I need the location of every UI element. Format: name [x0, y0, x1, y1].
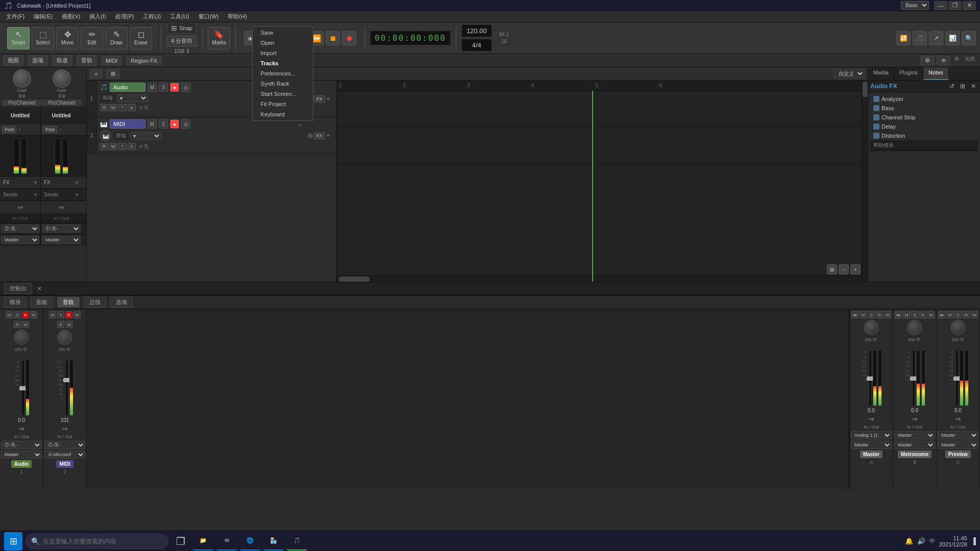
preview-r[interactable]: R [963, 311, 970, 318]
taskbar-app-cakewalk[interactable]: 🎵 [287, 532, 307, 550]
preview-w[interactable]: W [971, 311, 978, 318]
master-a-send[interactable]: ⇒ [868, 415, 874, 423]
metro-nav[interactable]: ⏮ [895, 311, 902, 318]
tracks-btn[interactable]: 轨道 [52, 55, 72, 66]
time-sig-display[interactable]: 4/4 [461, 39, 492, 52]
track2-w-btn[interactable]: W [109, 143, 117, 150]
preview-name-badge[interactable]: Preview [945, 450, 971, 458]
metro-output-select[interactable]: Master [894, 441, 935, 449]
ch2-w-btn[interactable]: W [74, 311, 81, 318]
metro-w[interactable]: W [927, 311, 935, 318]
strip2-post-label[interactable]: Post [43, 126, 57, 133]
zoom-in-btn[interactable]: + [850, 264, 861, 274]
metro-r[interactable]: R [919, 311, 926, 318]
fx-distortion[interactable]: Distortion [870, 131, 978, 140]
ch2-pan-knob[interactable] [57, 330, 72, 345]
ch1-w2-btn[interactable]: W [22, 321, 29, 328]
strip2-gain-knob[interactable] [53, 69, 71, 88]
menu-file[interactable]: 文件(F) [2, 12, 29, 21]
tab-plugins[interactable]: Plugins [894, 67, 923, 80]
strip1-send-arrow[interactable]: ⇒ [17, 203, 23, 211]
track2-fx-add[interactable]: + [327, 132, 330, 139]
draw-tool[interactable]: ✎ Draw [105, 27, 128, 49]
track2-star-btn[interactable]: * [118, 143, 127, 150]
ch1-r-btn[interactable]: R [22, 311, 29, 318]
minimize-button[interactable]: — [934, 1, 947, 10]
taskbar-show-desktop[interactable]: ▐ [971, 537, 976, 545]
menu-save[interactable]: Save [253, 28, 313, 38]
ch1-pan-knob[interactable] [14, 330, 29, 345]
settings-icon[interactable]: ⚙ [920, 56, 935, 65]
timeline-hscroll[interactable] [337, 276, 862, 282]
menu-synth-rack[interactable]: Synth Rack [253, 79, 313, 89]
taskbar-clock[interactable]: 11:45 2021/12/28 [939, 535, 967, 547]
midi-btn[interactable]: MIDI [101, 56, 122, 65]
zoom-in-button[interactable]: 🔍 [962, 31, 976, 45]
track1-fx-add[interactable]: + [327, 95, 330, 103]
master-a-pan-knob[interactable] [864, 320, 879, 335]
menu-preferences[interactable]: Preferences... [253, 68, 313, 79]
track1-name[interactable]: Audio [110, 83, 145, 92]
taskbar-task-view[interactable]: ❐ [172, 532, 190, 550]
track1-w-btn[interactable]: W [109, 104, 117, 111]
metro-m[interactable]: M [903, 311, 910, 318]
track1-fx-label[interactable]: FX [314, 95, 325, 103]
marks-tool[interactable]: 🔖 Marks [208, 27, 230, 49]
metro-fader[interactable] [912, 350, 915, 406]
preview-nav[interactable]: ⏮ [938, 311, 945, 318]
master-a-w[interactable]: W [884, 311, 891, 318]
track2-record[interactable]: ● [170, 119, 179, 129]
ch1-r2-btn[interactable]: R [14, 321, 21, 328]
ch1-name-badge[interactable]: Audio [11, 460, 32, 468]
fx-delay[interactable]: Delay [870, 122, 978, 131]
ch2-send[interactable]: ⇒ [62, 424, 68, 433]
strip1-gain-knob[interactable] [13, 69, 31, 88]
track1-mute[interactable]: M [148, 83, 157, 92]
menu-tracks[interactable]: Tracks [253, 58, 313, 68]
master-a-r[interactable]: R [876, 311, 883, 318]
search-input[interactable] [43, 538, 145, 545]
track2-mute[interactable]: M [148, 119, 157, 129]
strip1-output-select[interactable]: Master [1, 236, 39, 244]
automation-button[interactable]: 📊 [945, 31, 960, 45]
strip2-sends-add[interactable]: + [75, 191, 79, 198]
menu-keyboard[interactable]: Keyboard [253, 109, 313, 119]
track1-star-btn[interactable]: * [118, 104, 127, 111]
taskbar-app-files[interactable]: 📁 [193, 532, 213, 550]
strip1-type[interactable]: ProChannel [2, 99, 42, 106]
track2-fx-toggle[interactable]: ◎ [181, 119, 190, 129]
region-fx-btn[interactable]: Region FX [126, 56, 162, 65]
preview-pan-knob[interactable] [950, 320, 966, 335]
track2-name[interactable]: MIDI [110, 119, 145, 129]
strip2-fx-add[interactable]: + [75, 179, 79, 186]
strip2-send-arrow[interactable]: ⇒ [58, 203, 64, 211]
rpt-close[interactable]: ✕ [969, 82, 978, 91]
view-btn[interactable]: 视图 [3, 55, 23, 66]
timeline-track1-bg[interactable] [337, 91, 868, 128]
track2-solo[interactable]: S [159, 119, 168, 129]
track2-r-btn[interactable]: R [100, 143, 108, 150]
taskbar-app-browser[interactable]: 🌐 [240, 532, 260, 550]
ch1-send[interactable]: ⇒ [18, 424, 24, 433]
track2-channel-select[interactable]: ▾ [131, 132, 161, 140]
taskbar-notification-icon[interactable]: 🔔 [905, 537, 913, 545]
menu-insert[interactable]: 插入(I) [85, 12, 110, 21]
preview-m[interactable]: M [946, 311, 953, 318]
metro-s[interactable]: S [911, 311, 918, 318]
tab-notes[interactable]: Notes [923, 67, 949, 80]
menu-open[interactable]: Open [253, 38, 313, 48]
track1-r-btn[interactable]: R [100, 104, 108, 111]
timeline-hscroll-thumb[interactable] [339, 277, 370, 282]
tab-media[interactable]: Media [868, 67, 894, 80]
menu-edit[interactable]: 编辑(E) [30, 12, 57, 21]
strip2-fx-label[interactable]: FX [44, 180, 51, 185]
track2-expand[interactable]: ⌄ [298, 120, 303, 128]
options-btn[interactable]: 选项 [28, 55, 48, 66]
taskbar-app-mail[interactable]: ✉ [216, 532, 237, 550]
master-a-fader[interactable] [869, 350, 872, 406]
zoom-out-btn[interactable]: − [839, 264, 849, 274]
snap-control[interactable]: ⊞ Snap [167, 22, 196, 34]
stop-button[interactable]: ⏹ [326, 31, 340, 45]
menu-tools[interactable]: 工具(U) [166, 12, 193, 21]
export-button[interactable]: ↗ [929, 31, 943, 45]
